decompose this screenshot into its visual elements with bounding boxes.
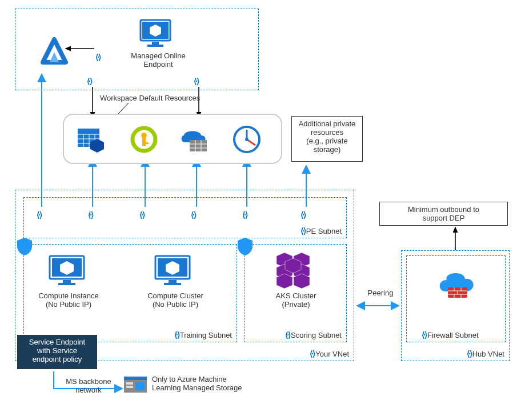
svg-point-24	[141, 133, 147, 138]
training-subnet-label: Training Subnet	[174, 330, 232, 339]
managed-online-endpoint-box: Managed OnlineEndpoint	[15, 9, 259, 90]
pe-marker-icon	[242, 210, 248, 219]
svg-rect-35	[52, 258, 82, 277]
pe-marker-icon	[88, 210, 94, 219]
training-subnet-box: Compute Instance(No Public IP) Compute C…	[23, 244, 237, 342]
compute-cluster-label: Compute Cluster(No Public IP)	[135, 291, 215, 309]
pe-subnet-label: PE Subnet	[300, 226, 342, 235]
pe-marker-icon	[139, 210, 145, 219]
pe-marker-icon	[37, 210, 42, 219]
firewall-subnet-box: Firewall Subnet	[406, 255, 506, 342]
svg-rect-16	[78, 129, 99, 147]
svg-rect-25	[142, 138, 146, 146]
svg-rect-54	[126, 386, 133, 388]
pe-marker-icon	[95, 53, 101, 62]
svg-rect-36	[63, 280, 71, 283]
hub-vnet-label: Hub VNet	[467, 349, 504, 358]
pe-marker-icon	[300, 210, 306, 219]
wdr-container	[63, 114, 282, 164]
svg-rect-50	[124, 377, 147, 393]
svg-rect-14	[152, 42, 159, 45]
pe-marker-icon	[191, 210, 197, 219]
wdr-label: Workspace Default Resources	[100, 94, 203, 102]
only-to-label: Only to Azure MachineLearning Managed St…	[152, 375, 252, 392]
svg-rect-40	[169, 280, 177, 283]
scoring-subnet-label: Scoring Subnet	[285, 330, 342, 339]
service-endpoint-box: Service Endpointwith Serviceendpoint pol…	[17, 335, 97, 369]
svg-rect-52	[135, 382, 145, 390]
hub-vnet-box: Firewall Subnet Hub VNet	[401, 250, 510, 361]
svg-point-23	[133, 128, 155, 151]
pe-marker-icon	[87, 77, 93, 86]
svg-rect-39	[158, 258, 187, 277]
svg-rect-53	[126, 382, 133, 385]
svg-rect-37	[58, 283, 75, 285]
pe-marker-icon	[194, 77, 199, 86]
firewall-subnet-label: Firewall Subnet	[422, 330, 479, 339]
svg-rect-15	[147, 45, 163, 47]
scoring-subnet-box: AKS Cluster(Private) Scoring Subnet	[244, 244, 347, 342]
aks-label: AKS Cluster(Private)	[259, 291, 333, 309]
svg-rect-13	[142, 22, 169, 39]
svg-rect-12	[141, 20, 170, 41]
svg-rect-27	[190, 140, 207, 151]
moe-title: Managed OnlineEndpoint	[121, 51, 195, 69]
pe-subnet-box: PE Subnet	[23, 197, 347, 238]
svg-point-33	[245, 138, 249, 141]
your-vnet-label: Your VNet	[310, 349, 349, 358]
min-outbound-box: Minimum outbound tosupport DEP	[379, 202, 508, 226]
compute-instance-label: Compute Instance(No Public IP)	[29, 291, 109, 309]
svg-rect-34	[50, 256, 84, 279]
additional-resources-box: Additional privateresources(e.g., privat…	[291, 116, 363, 162]
svg-rect-38	[155, 256, 190, 279]
svg-rect-41	[164, 283, 181, 285]
svg-rect-51	[124, 377, 147, 380]
svg-point-32	[234, 127, 259, 152]
svg-rect-26	[146, 142, 149, 144]
ms-backbone-label: MS backbonenetwork	[60, 377, 117, 394]
svg-rect-42	[448, 287, 467, 298]
peering-label: Peering	[363, 289, 398, 297]
